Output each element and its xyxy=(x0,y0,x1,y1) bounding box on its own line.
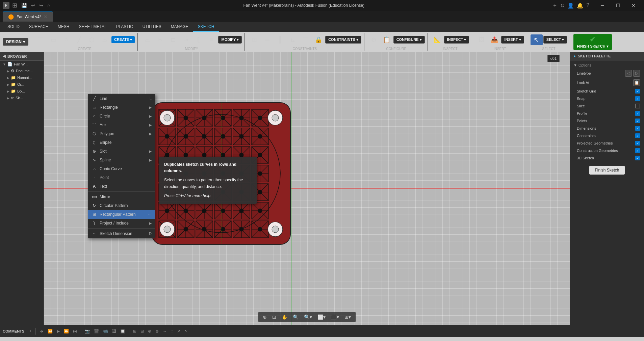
vert-btn[interactable]: ║ xyxy=(274,35,286,45)
finish-sketch-button[interactable]: Finish Sketch xyxy=(589,166,624,175)
linetype-right-btn[interactable]: ▷ xyxy=(633,70,640,77)
ribbon-tab-manage[interactable]: MANAGE xyxy=(166,22,193,32)
tool-btn-g[interactable]: ↗ xyxy=(175,328,182,335)
insert-dropdown[interactable]: INSERT ▾ xyxy=(501,36,524,44)
tool-btn-b[interactable]: ⊟ xyxy=(139,328,146,335)
maximize-button[interactable]: ☐ xyxy=(610,0,626,11)
home-icon[interactable]: ⌂ xyxy=(47,3,50,8)
tool-btn-h[interactable]: ↖ xyxy=(183,328,189,335)
cam-btn-4[interactable]: 🖼 xyxy=(110,328,118,335)
projected-geo-checkbox[interactable] xyxy=(635,141,640,146)
lock-btn[interactable]: 🔒 xyxy=(312,35,325,45)
menu-item-line[interactable]: ╱ Line L xyxy=(88,94,155,103)
profile-checkbox[interactable] xyxy=(635,111,640,116)
notification-icon[interactable]: 🔔 xyxy=(577,2,584,9)
menu-item-sketch-dimension[interactable]: ↔ Sketch Dimension D xyxy=(88,229,155,238)
ribbon-tab-sheet-metal[interactable]: SHEET METAL xyxy=(74,22,111,32)
snap-checkbox[interactable] xyxy=(635,96,640,101)
nav-play-btn[interactable]: ▶ xyxy=(55,328,61,335)
minimize-button[interactable]: ─ xyxy=(595,0,610,11)
configure-dropdown[interactable]: CONFIGURE ▾ xyxy=(393,36,425,44)
add-tab-icon[interactable]: ＋ xyxy=(552,2,558,9)
display-btn[interactable]: ⬜▾ xyxy=(315,313,328,321)
cam-btn-2[interactable]: 🎬 xyxy=(92,328,101,335)
pan-btn[interactable]: ✋ xyxy=(280,313,289,321)
visual-btn[interactable]: ⬛▾ xyxy=(329,313,341,321)
tangent-btn[interactable]: ⌒ xyxy=(300,34,312,45)
constraints-dropdown[interactable]: CONSTRAINTS ▾ xyxy=(325,36,361,44)
circle-tool-btn[interactable]: ○ xyxy=(60,35,72,45)
trim-btn[interactable]: ✂ xyxy=(154,35,166,45)
arc2-tool-btn[interactable]: ⌓ xyxy=(99,35,111,45)
toolbar-grid-icon[interactable]: ⊞ xyxy=(12,2,17,9)
menu-item-ellipse[interactable]: ⬯ Ellipse xyxy=(88,138,155,147)
lookat-btn[interactable]: 📋 xyxy=(633,79,640,86)
tool-btn-d[interactable]: ⊗ xyxy=(154,328,160,335)
offset-btn[interactable]: ⟦ xyxy=(192,35,205,45)
orbit-btn[interactable]: ⊕ xyxy=(261,313,269,321)
cam-btn-3[interactable]: 📹 xyxy=(101,328,110,335)
redo-icon[interactable]: ↪ xyxy=(39,3,43,8)
zoom-dropdown[interactable]: 🔍▾ xyxy=(302,313,314,321)
scale-btn[interactable]: ≡ xyxy=(205,35,217,45)
insert-dxf-btn[interactable]: 📤 xyxy=(488,35,500,45)
ribbon-tab-mesh[interactable]: MESH xyxy=(53,22,74,32)
nav-first-btn[interactable]: ⏮ xyxy=(38,328,45,335)
undo-icon[interactable]: ↩ xyxy=(31,3,35,8)
select-btn[interactable]: ↖ xyxy=(531,34,543,45)
finish-sketch-btn[interactable]: ✔ FINISH SKETCH ▾ xyxy=(573,34,612,50)
grid-btn[interactable]: ⊞▾ xyxy=(342,313,353,321)
fillet-btn[interactable]: ⌓ xyxy=(141,35,153,45)
close-button[interactable]: ✕ xyxy=(626,0,641,11)
menu-item-point[interactable]: · Point xyxy=(88,173,155,182)
fix-btn[interactable]: ⊡ xyxy=(248,35,260,45)
menu-item-rectangular-pattern[interactable]: ⊞ Rectangular Pattern ⋯ xyxy=(88,210,155,219)
browser-item-sketch[interactable]: ▶ ✏ Sk... xyxy=(0,95,44,101)
design-dropdown[interactable]: DESIGN ▾ xyxy=(3,38,28,46)
perp-btn[interactable]: ⊾ xyxy=(287,35,299,45)
ribbon-tab-plastic[interactable]: PLASTIC xyxy=(111,22,138,32)
configure2-btn[interactable]: 📋 xyxy=(381,35,393,45)
extend-btn[interactable]: ⊏ xyxy=(167,35,179,45)
browser-item-origin[interactable]: ▶ 📁 Or... xyxy=(0,81,44,88)
ribbon-tab-solid[interactable]: SOLID xyxy=(3,22,24,32)
menu-item-circle[interactable]: ○ Circle ▶ xyxy=(88,112,155,121)
zoom-btn[interactable]: 🔍 xyxy=(291,313,301,321)
menu-item-slot[interactable]: ⊖ Slot ▶ xyxy=(88,147,155,156)
polygon-tool-btn[interactable]: ⬡ xyxy=(86,35,98,45)
configure-btn[interactable]: ⚙ xyxy=(368,35,380,45)
nav-next-btn[interactable]: ⏩ xyxy=(62,328,71,335)
menu-item-arc[interactable]: ⌒ Arc ▶ xyxy=(88,121,155,129)
cam-btn-1[interactable]: 📷 xyxy=(83,328,92,335)
line-tool-btn[interactable]: ╱ xyxy=(73,35,85,45)
ribbon-tab-sketch[interactable]: SKETCH xyxy=(193,22,219,32)
menu-item-text[interactable]: A Text xyxy=(88,182,155,191)
constraints-checkbox[interactable] xyxy=(635,133,640,138)
3d-sketch-checkbox[interactable] xyxy=(635,156,640,160)
browser-collapse-icon[interactable]: ◀ xyxy=(3,54,5,58)
viewport[interactable]: d01 ╱ Line L ▭ Rectangle ▶ ○ Circle ▶ xyxy=(44,52,570,325)
inspect-dropdown[interactable]: INSPECT ▾ xyxy=(444,36,469,44)
add-comment-btn[interactable]: + xyxy=(28,328,33,335)
sketch-grid-checkbox[interactable] xyxy=(635,89,640,94)
arc-tool-btn[interactable]: ⌒ xyxy=(34,34,47,45)
dimensions-checkbox[interactable] xyxy=(635,126,640,131)
cam-btn-5[interactable]: 🔲 xyxy=(119,328,127,335)
select-dropdown[interactable]: SELECT ▾ xyxy=(543,36,567,44)
tool-btn-f[interactable]: ↕ xyxy=(169,328,175,335)
break-btn[interactable]: ⊸ xyxy=(180,35,192,45)
inspect-btn[interactable]: 📐 xyxy=(431,35,443,45)
points-checkbox[interactable] xyxy=(635,119,640,123)
menu-item-project-include[interactable]: ⤵ Project / Include ▶ xyxy=(88,219,155,228)
palette-options-header[interactable]: ▼ Options xyxy=(570,62,644,69)
browser-item-document[interactable]: ▶ ⚙ Docume... xyxy=(0,68,44,74)
tab-close-icon[interactable]: ✕ xyxy=(44,14,48,20)
menu-item-circular-pattern[interactable]: ↻ Circular Pattern xyxy=(88,201,155,210)
browser-item-fanw[interactable]: ▼ 📄 Fan W... xyxy=(0,61,44,68)
linetype-left-btn[interactable]: ◁ xyxy=(625,70,632,77)
tool-btn-a[interactable]: ⊞ xyxy=(131,328,138,335)
record-btn[interactable]: ⊡ xyxy=(270,313,278,321)
insert-img-btn[interactable]: 🖼 xyxy=(475,35,488,45)
menu-item-spline[interactable]: ∿ Spline ▶ xyxy=(88,156,155,164)
nav-last-btn[interactable]: ⏭ xyxy=(71,328,79,335)
